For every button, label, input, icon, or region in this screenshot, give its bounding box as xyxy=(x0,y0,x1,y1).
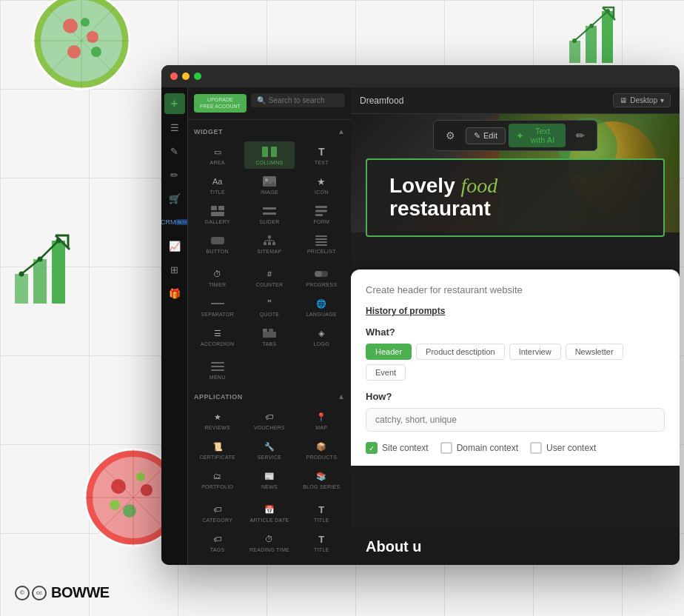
widget-gallery[interactable]: GALLERY xyxy=(192,201,242,228)
about-section: About u xyxy=(351,528,680,565)
tag-event[interactable]: Event xyxy=(366,364,406,381)
minimize-dot[interactable] xyxy=(182,73,190,80)
widget-counter[interactable]: # COUNTER xyxy=(244,264,294,291)
title-icon: Aa xyxy=(209,175,226,188)
certificate-label: CERTIFICATE xyxy=(199,455,235,460)
app-portfolio[interactable]: 🗂 PORTFOLIO xyxy=(192,466,242,493)
sidebar-search: 🔍 xyxy=(251,93,345,107)
widget-area[interactable]: ▭ AREA xyxy=(192,141,242,169)
menu-icon xyxy=(209,360,226,373)
tags-icon: 🏷 xyxy=(209,532,226,546)
widget-section-toggle[interactable]: ▲ xyxy=(338,127,345,135)
widget-text[interactable]: T TEXT xyxy=(297,141,346,169)
widget-separator[interactable]: SEPARATOR xyxy=(192,293,242,321)
timer-label: TIMER xyxy=(209,282,226,287)
widget-tabs[interactable]: TABS xyxy=(244,323,294,350)
nav-icon-components[interactable]: ⊞ xyxy=(164,259,185,280)
nav-icon-layers[interactable]: ☰ xyxy=(164,117,185,138)
widget-icon-item[interactable]: ★ ICON xyxy=(297,171,346,198)
upgrade-button[interactable]: UPGRADE FREE ACCOUNT xyxy=(194,94,247,113)
widget-pricelist[interactable]: PRICELIST xyxy=(297,230,346,258)
widget-title[interactable]: Aa TITLE xyxy=(192,171,242,198)
application-grid: ★ REVIEWS 🏷 VOUCHERS 📍 MAP 📜 CERTIFICATE xyxy=(192,406,346,493)
maximize-dot[interactable] xyxy=(194,73,201,80)
nav-icon-add[interactable]: + xyxy=(164,93,185,114)
widget-progress[interactable]: PROGRESS xyxy=(297,264,346,291)
portfolio-icon: 🗂 xyxy=(209,469,226,483)
svg-rect-45 xyxy=(315,206,327,208)
user-context-checkbox[interactable]: User context xyxy=(530,442,596,454)
nav-icon-analytics[interactable]: 📈 xyxy=(164,235,185,256)
button-label: BUTTON xyxy=(206,249,228,254)
chevron-down-icon: ▾ xyxy=(660,96,664,104)
widget-language[interactable]: 🌐 LANGUAGE xyxy=(297,293,346,321)
widget-sitemap[interactable]: SITEMAP xyxy=(244,230,294,258)
widget-form[interactable]: FORM xyxy=(297,201,346,228)
app-title[interactable]: T TITLE xyxy=(297,499,346,526)
nav-icon-pen[interactable]: ✏ xyxy=(164,164,185,185)
widget-button[interactable]: BUTTON xyxy=(192,230,242,258)
widget-logo[interactable]: ◈ LOGO xyxy=(297,323,346,350)
app-title2[interactable]: T TITLE xyxy=(297,529,346,556)
widget-menu[interactable]: MENU xyxy=(192,356,242,384)
application-section-toggle[interactable]: ▲ xyxy=(338,392,345,401)
widget-slider[interactable]: SLIDER xyxy=(244,201,294,228)
nav-icon-edit[interactable]: ✎ xyxy=(164,141,185,161)
products-icon: 📦 xyxy=(313,440,329,453)
slider-label: SLIDER xyxy=(259,219,279,224)
nav-icon-chart[interactable]: CRMBETA xyxy=(164,212,185,232)
app-readingtime[interactable]: ⏱ READING TIME xyxy=(244,529,294,556)
app-tags[interactable]: 🏷 TAGS xyxy=(192,529,242,556)
nav-icon-cart[interactable]: 🛒 xyxy=(164,188,185,209)
desktop-button[interactable]: 🖥 Desktop ▾ xyxy=(613,93,671,107)
application-section-title: APPLICATION xyxy=(194,393,243,401)
tag-header[interactable]: Header xyxy=(366,344,412,360)
app-breadcrumb[interactable]: ≫ BREADCRUMB xyxy=(192,562,346,565)
svg-rect-31 xyxy=(52,241,65,304)
close-dot[interactable] xyxy=(170,73,178,80)
domain-context-checkbox[interactable]: Domain context xyxy=(440,442,518,454)
pizza-decoration-top xyxy=(30,0,133,93)
app-blogseries[interactable]: 📚 BLOG SERIES xyxy=(297,466,346,493)
brand-name: BOWWE xyxy=(51,584,110,601)
app-category[interactable]: 🏷 CATEGORY xyxy=(192,499,242,526)
nav-icon-gift[interactable]: 🎁 xyxy=(164,283,185,304)
widget-quote[interactable]: " QUOTE xyxy=(244,293,294,321)
svg-rect-51 xyxy=(268,242,271,245)
tag-newsletter[interactable]: Newsletter xyxy=(566,344,623,360)
app-news[interactable]: 📰 NEWS xyxy=(244,466,294,493)
widget-timer[interactable]: ⏱ TIMER xyxy=(192,264,242,291)
widget-columns[interactable]: COLUMNS xyxy=(244,141,294,169)
edit-button[interactable]: ✎ Edit xyxy=(466,127,506,144)
svg-rect-50 xyxy=(264,242,266,245)
widget-accordion[interactable]: ☰ ACCORDION xyxy=(192,323,242,350)
site-context-checkbox[interactable]: ✓ Site context xyxy=(366,442,429,454)
magic-button[interactable]: ✏ xyxy=(569,127,592,144)
counter-label: COUNTER xyxy=(256,282,284,287)
app-products[interactable]: 📦 PRODUCTS xyxy=(297,436,346,463)
text-with-ai-button[interactable]: ✦ Text with AI xyxy=(509,124,566,147)
svg-point-33 xyxy=(38,257,43,262)
app-articledate[interactable]: 📅 ARTICLE DATE xyxy=(244,499,294,526)
tabs-label: TABS xyxy=(263,341,277,346)
history-link[interactable]: History of prompts xyxy=(366,306,665,316)
app-map[interactable]: 📍 MAP xyxy=(297,406,346,434)
settings-button[interactable]: ⚙ xyxy=(438,127,463,144)
app-reviews[interactable]: ★ REVIEWS xyxy=(192,406,242,434)
tag-product[interactable]: Product desctiption xyxy=(416,344,505,360)
prompt-input[interactable] xyxy=(366,281,665,298)
search-input[interactable] xyxy=(269,96,339,104)
form-icon xyxy=(313,204,329,218)
articledate-icon: 📅 xyxy=(261,503,278,516)
how-input[interactable] xyxy=(366,408,665,432)
widget-grid-2: ⏱ TIMER # COUNTER PROGRESS xyxy=(192,264,346,350)
app-certificate[interactable]: 📜 CERTIFICATE xyxy=(192,436,242,463)
progress-label: PROGRESS xyxy=(306,282,337,287)
svg-rect-64 xyxy=(263,329,267,332)
widget-image[interactable]: IMAGE xyxy=(244,171,294,198)
app-service[interactable]: 🔧 SERVICE xyxy=(244,436,294,463)
tag-interview[interactable]: Interview xyxy=(509,344,561,360)
app-vouchers[interactable]: 🏷 VOUCHERS xyxy=(244,406,294,434)
blogseries-icon: 📚 xyxy=(313,469,329,483)
canvas-area: ⚙ ✎ Edit ✦ Text with AI ✏ Lovely fo xyxy=(351,114,680,565)
